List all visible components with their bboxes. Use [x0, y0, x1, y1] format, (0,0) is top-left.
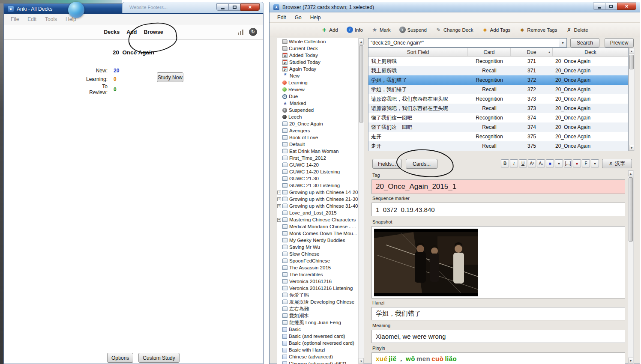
scrollbar-thumb[interactable] [629, 177, 633, 242]
sidebar-item[interactable]: 14 Studied Today [277, 59, 358, 66]
format-button[interactable]: Aˣ [528, 159, 536, 167]
sidebar-item[interactable]: Basic (optional reversed card) [277, 340, 358, 346]
sidebar-item[interactable]: + Growing up with Chinese 21-30 [277, 196, 358, 203]
menu-item[interactable]: Help [306, 13, 325, 22]
sidebar-item[interactable]: Due [277, 93, 358, 100]
sidebar-item[interactable]: 14 Added Today [277, 52, 358, 59]
sidebar-item[interactable]: Veronica 20161216 [277, 278, 358, 285]
sidebar-item[interactable]: GUWC 21-30 Listening [277, 182, 358, 189]
sidebar-item[interactable]: 左右為難 [277, 305, 358, 312]
column-header-card[interactable]: Card [468, 48, 511, 56]
hanzi-field[interactable]: 学姐，我们错了 [371, 307, 625, 320]
sidebar-item[interactable]: The Assassin 2015 [277, 264, 358, 271]
scroll-up-icon[interactable]: ▲ [629, 48, 634, 54]
background-window-titlebar[interactable]: Website Footers... × [122, 2, 264, 13]
table-row[interactable]: 我上厕所哦 Recall 371 20_Once Again [368, 66, 628, 75]
format-button[interactable]: ● [573, 159, 581, 167]
table-scrollbar[interactable]: ▲ ▼ [629, 48, 635, 151]
sidebar-item[interactable]: ★ Marked [277, 100, 358, 107]
sidebar-item[interactable]: ‖ Suspended [277, 107, 358, 113]
snapshot-field[interactable] [371, 226, 625, 298]
search-dropdown-icon[interactable]: ▾ [559, 39, 566, 47]
sidebar-item[interactable]: 20_Once Again [277, 120, 358, 127]
study-now-button[interactable]: Study Now [157, 72, 183, 82]
action-button[interactable]: i Info [347, 27, 363, 33]
sidebar-item[interactable]: 14 Again Today [277, 66, 358, 72]
search-button[interactable]: Search [570, 38, 599, 48]
sidebar-scrollbar[interactable]: ▲ ▼ [358, 38, 364, 364]
scrollbar-thumb[interactable] [629, 55, 634, 69]
stats-icon[interactable] [238, 30, 243, 35]
column-header-sort-field[interactable]: Sort Field [368, 48, 468, 56]
format-button[interactable]: I [510, 159, 518, 167]
format-button[interactable]: ▾ [555, 159, 563, 167]
format-button[interactable]: ▾ [591, 159, 599, 167]
expander-icon[interactable]: + [277, 197, 281, 201]
table-row[interactable]: 请原谅我吧，我们东西都在里头呢 Recall 373 20_Once Again [368, 104, 628, 113]
sidebar-item[interactable]: Current Deck [277, 45, 358, 52]
scroll-down-icon[interactable]: ▼ [628, 358, 633, 364]
notification-orb-icon[interactable] [68, 2, 84, 18]
format-button[interactable]: Aₓ [537, 159, 545, 167]
sequence-marker-field[interactable]: 1_0372_0.19.43.840 [371, 203, 625, 216]
menu-item[interactable]: Edit [23, 15, 41, 24]
pinyin-field[interactable]: xuéjiě，wǒmencuòliǎo [371, 352, 625, 364]
action-button[interactable]: ✎ Change Deck [435, 27, 473, 33]
sidebar-item[interactable]: Love_and_Lost_2015 [277, 209, 358, 216]
table-row[interactable]: 请原谅我吧，我们东西都在里头呢 Recognition 373 20_Once … [368, 94, 628, 104]
column-header-deck[interactable]: Deck [553, 48, 628, 56]
sidebar-item[interactable]: GUWC 21-30 [277, 175, 358, 182]
sidebar-item[interactable]: GUWC 14-20 Listening [277, 168, 358, 175]
action-button[interactable]: ‖ Suspend [399, 27, 427, 33]
close-button[interactable]: × [240, 3, 260, 11]
sidebar-item[interactable]: Medical Mandarin Chinese - ... [277, 223, 358, 230]
sidebar-item[interactable]: Chinese (advanced)-d9f21 [277, 360, 358, 364]
menu-item[interactable]: File [6, 15, 23, 24]
menu-item[interactable]: Tools [41, 15, 61, 24]
sidebar-item[interactable]: Basic with Hanzi [277, 346, 358, 353]
sidebar-item[interactable]: 发展汉语 Developing Chinese [277, 298, 358, 305]
scroll-up-icon[interactable]: ▲ [628, 170, 633, 176]
sidebar-item[interactable]: Basic (and reversed card) [277, 333, 358, 340]
sidebar-item[interactable]: + Mastering Chinese Characters [277, 216, 358, 223]
maximize-button[interactable] [228, 3, 241, 11]
deck-option-button[interactable]: Custom Study [138, 353, 179, 363]
sidebar-item[interactable]: My Geeky Nerdy Buddies [277, 237, 358, 244]
editor-scrollbar[interactable]: ▲ ▼ [628, 170, 634, 364]
sidebar-item[interactable]: * New [277, 72, 358, 79]
format-button[interactable]: B [501, 159, 509, 167]
sidebar-item[interactable]: The Incredibles [277, 271, 358, 278]
sidebar-item[interactable]: Book of Love [277, 134, 358, 141]
search-input[interactable] [368, 40, 559, 46]
table-row[interactable]: 学姐，我们错了 Recall 372 20_Once Again [368, 85, 628, 94]
hanzi-toggle-button[interactable]: ✗ 汉字 [602, 159, 632, 168]
table-row[interactable]: 走开 Recall 375 20_Once Again [368, 141, 628, 151]
sync-icon[interactable]: ↻ [249, 28, 257, 36]
table-row[interactable]: 饶了我们这一回吧 Recognition 374 20_Once Again [368, 113, 628, 122]
menu-item[interactable]: Edit [273, 13, 291, 22]
table-row[interactable]: 走开 Recognition 375 20_Once Again [368, 132, 628, 141]
format-button[interactable]: ■ [546, 159, 554, 167]
browser-titlebar[interactable]: ★ Browser (7372 cards shown; 1 selected) [270, 2, 640, 12]
expander-icon[interactable]: + [277, 204, 281, 208]
expander-icon[interactable]: + [277, 218, 281, 222]
sidebar-item[interactable]: First_Time_2012 [277, 155, 358, 161]
sidebar-item[interactable]: Veronica 20161216 Listening [277, 285, 358, 292]
sidebar-item[interactable]: Avengers [277, 127, 358, 134]
sidebar-item[interactable]: Default [277, 141, 358, 148]
sidebar-item[interactable]: + Growing up with Chinese 14-20 [277, 189, 358, 196]
table-row[interactable]: 饶了我们这一回吧 Recall 374 20_Once Again [368, 122, 628, 132]
sidebar-item[interactable]: 你爱了吗 [277, 292, 358, 298]
action-button[interactable]: + Add [321, 27, 338, 33]
table-row[interactable]: 学姐，我们错了 Recognition 372 20_Once Again [368, 75, 628, 85]
action-button[interactable]: ◆ Remove Tags [519, 27, 557, 33]
sidebar-item[interactable]: Leech [277, 113, 358, 120]
scroll-up-icon[interactable]: ▲ [359, 39, 364, 45]
sidebar-item[interactable]: Slow Chinese [277, 251, 358, 257]
tag-field[interactable]: 20_Once_Again_2015_1 [371, 179, 625, 194]
scroll-down-icon[interactable]: ▼ [629, 145, 634, 151]
sidebar-item[interactable]: 龍捲風 Long Juan Feng [277, 319, 358, 326]
minimize-button[interactable] [216, 3, 229, 11]
toolbar-link[interactable]: Decks [100, 29, 123, 35]
menu-item[interactable]: Go [291, 13, 306, 22]
